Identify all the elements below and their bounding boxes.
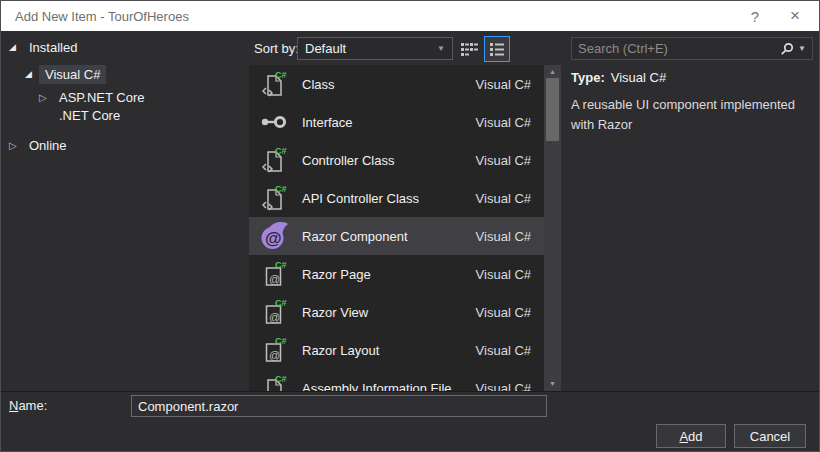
details-panel: Type:Visual C# A reusable UI component i… [571,70,811,134]
template-name: Controller Class [302,153,394,168]
template-name: Razor Component [302,229,408,244]
svg-text:@: @ [265,229,282,248]
csharp-file-icon: C# [257,371,291,391]
tree-item-dotnet-core[interactable]: .NET Core [53,105,126,125]
template-row-api-controller-class[interactable]: C# API Controller Class Visual C# [249,179,544,217]
template-row-razor-page[interactable]: @ C# Razor Page Visual C# [249,255,544,293]
template-row-controller-class[interactable]: C# Controller Class Visual C# [249,141,544,179]
svg-text:@: @ [269,311,280,323]
sort-dropdown[interactable]: Default ▼ [297,37,453,60]
template-description: A reusable UI component implemented with… [571,95,811,134]
razor-file-icon: @ C# [257,295,291,329]
window-controls: ? × [735,1,815,31]
scrollbar-thumb[interactable] [546,78,559,141]
tree-item-installed[interactable]: ◢ Installed [9,37,83,57]
search-input[interactable] [578,41,780,56]
template-type: Visual C# [476,343,531,358]
svg-text:@: @ [269,273,280,285]
name-row: Name: [1,391,820,419]
type-label: Type: [571,70,605,85]
template-name: Assembly Information File [302,381,452,392]
help-button[interactable]: ? [735,1,775,31]
scroll-up-icon[interactable]: ▲ [544,67,561,77]
template-name: Class [302,77,335,92]
template-type: Visual C# [476,267,531,282]
search-options-caret-icon[interactable]: ▼ [798,44,806,53]
svg-text:C#: C# [275,298,287,308]
template-type: Visual C# [476,153,531,168]
csharp-class-file-icon: C# [257,143,291,177]
small-icons-view-button[interactable] [458,38,480,60]
add-new-item-dialog: Add New Item - TourOfHeroes ? × ◢ Instal… [0,0,820,452]
sort-by-label: Sort by: [254,41,299,56]
window-title: Add New Item - TourOfHeroes [15,9,189,24]
scroll-down-icon[interactable]: ▼ [544,379,561,389]
svg-text:C#: C# [275,336,287,346]
template-name: Razor Layout [302,343,379,358]
template-type: Visual C# [476,381,531,392]
collapsed-arrow-icon[interactable]: ▷ [9,140,23,151]
tree-item-label: Installed [23,38,83,57]
razor-file-icon: @ C# [257,333,291,367]
tree-item-label: ASP.NET Core [53,88,151,107]
expanded-arrow-icon[interactable]: ◢ [25,69,39,79]
list-view-button[interactable] [484,36,510,62]
type-line: Type:Visual C# [571,70,811,85]
tree-item-aspnet-core[interactable]: ▷ ASP.NET Core [39,87,151,107]
csharp-class-file-icon: C# [257,67,291,101]
close-button[interactable]: × [775,1,815,31]
svg-text:C#: C# [275,374,287,384]
csharp-class-file-icon: C# [257,181,291,215]
svg-text:C#: C# [275,146,287,156]
template-row-razor-component[interactable]: @ Razor Component Visual C# [249,217,544,255]
help-icon: ? [751,8,759,25]
tree-item-visual-csharp[interactable]: ◢ Visual C# [25,64,106,84]
small-icons-grid-icon [461,43,478,56]
tree-item-label: .NET Core [53,106,126,125]
template-list: C# Class Visual C# Interface Visual C# [249,65,561,391]
close-icon: × [790,6,800,26]
template-row-razor-layout[interactable]: @ C# Razor Layout Visual C# [249,331,544,369]
template-name: Razor View [302,305,368,320]
tree-item-online[interactable]: ▷ Online [9,135,73,155]
tree-item-label: Online [23,136,73,155]
razor-file-icon: @ C# [257,257,291,291]
list-scrollbar[interactable]: ▲ ▼ [544,65,561,391]
name-input[interactable] [131,395,547,417]
svg-text:C#: C# [275,184,287,194]
template-row-interface[interactable]: Interface Visual C# [249,103,544,141]
search-icon[interactable] [780,42,794,56]
template-row-razor-view[interactable]: @ C# Razor View Visual C# [249,293,544,331]
template-type: Visual C# [476,229,531,244]
interface-icon [257,105,291,139]
list-view-icon [490,43,504,56]
template-row-assembly-information-file[interactable]: C# Assembly Information File Visual C# [249,369,544,391]
svg-text:C#: C# [275,70,287,80]
search-box: ▼ [571,37,813,60]
template-type: Visual C# [476,191,531,206]
expanded-arrow-icon[interactable]: ◢ [9,42,23,52]
chevron-down-icon: ▼ [437,44,445,53]
blazor-flame-icon: @ [257,219,291,253]
collapsed-arrow-icon[interactable]: ▷ [39,92,53,103]
titlebar: Add New Item - TourOfHeroes ? × [1,1,819,31]
template-type: Visual C# [476,115,531,130]
template-name: API Controller Class [302,191,419,206]
cancel-button[interactable]: Cancel [734,424,806,448]
svg-text:C#: C# [275,260,287,270]
template-row-class[interactable]: C# Class Visual C# [249,65,544,103]
sort-dropdown-value: Default [305,41,346,56]
tree-item-label: Visual C# [39,65,106,84]
add-button[interactable]: Add [656,424,726,448]
template-name: Interface [302,115,353,130]
template-type: Visual C# [476,77,531,92]
type-value: Visual C# [611,70,666,85]
template-name: Razor Page [302,267,371,282]
name-label: Name: [9,398,47,413]
svg-text:@: @ [269,349,280,361]
template-type: Visual C# [476,305,531,320]
